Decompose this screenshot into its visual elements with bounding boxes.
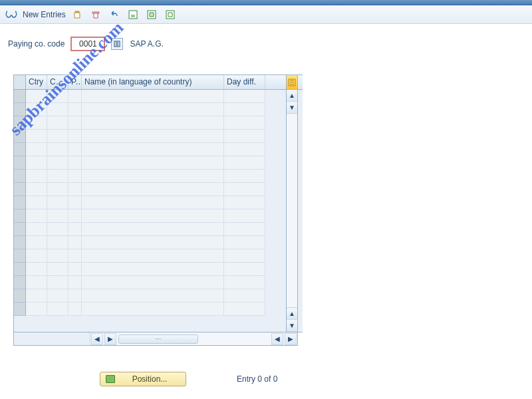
select-all-icon[interactable] <box>144 7 159 22</box>
table-cell[interactable] <box>68 196 82 209</box>
paying-co-code-input[interactable] <box>71 37 104 51</box>
table-cell[interactable] <box>68 289 82 303</box>
row-selector[interactable] <box>14 116 26 130</box>
hscroll-thumb[interactable]: ··· <box>118 334 198 344</box>
table-cell[interactable] <box>26 209 47 223</box>
table-cell[interactable] <box>224 249 265 263</box>
table-cell[interactable] <box>26 103 47 116</box>
table-cell[interactable] <box>26 236 47 249</box>
table-cell[interactable] <box>82 103 224 116</box>
table-cell[interactable] <box>82 170 224 183</box>
column-header-daydiff[interactable]: Day diff. <box>224 75 265 89</box>
table-cell[interactable] <box>82 249 224 263</box>
table-cell[interactable] <box>224 276 265 289</box>
row-selector[interactable] <box>14 276 26 289</box>
table-cell[interactable] <box>26 130 47 143</box>
table-cell[interactable] <box>47 223 68 236</box>
table-cell[interactable] <box>224 263 265 276</box>
table-cell[interactable] <box>82 276 224 289</box>
table-cell[interactable] <box>82 196 224 209</box>
table-cell[interactable] <box>224 156 265 170</box>
table-cell[interactable] <box>82 263 224 276</box>
table-cell[interactable] <box>47 236 68 249</box>
table-cell[interactable] <box>224 130 265 143</box>
table-cell[interactable] <box>47 116 68 130</box>
column-header-name[interactable]: Name (in language of country) <box>82 75 224 89</box>
row-selector-header[interactable] <box>14 75 26 89</box>
delete-icon[interactable] <box>88 7 103 22</box>
scroll-down-button[interactable]: ▼ <box>287 320 297 332</box>
table-cell[interactable] <box>26 276 47 289</box>
table-cell[interactable] <box>224 90 265 103</box>
table-cell[interactable] <box>224 170 265 183</box>
table-cell[interactable] <box>47 249 68 263</box>
row-selector[interactable] <box>14 263 26 276</box>
table-cell[interactable] <box>26 303 47 316</box>
table-cell[interactable] <box>68 90 82 103</box>
table-cell[interactable] <box>68 183 82 196</box>
table-cell[interactable] <box>224 289 265 303</box>
hscroll-step-left-button[interactable]: ◀ <box>271 333 283 345</box>
table-cell[interactable] <box>224 223 265 236</box>
table-cell[interactable] <box>47 156 68 170</box>
table-cell[interactable] <box>47 303 68 316</box>
table-cell[interactable] <box>68 276 82 289</box>
table-cell[interactable] <box>47 276 68 289</box>
table-cell[interactable] <box>47 90 68 103</box>
glasses-display-icon[interactable] <box>4 7 19 22</box>
table-cell[interactable] <box>82 183 224 196</box>
row-selector[interactable] <box>14 170 26 183</box>
table-cell[interactable] <box>82 116 224 130</box>
row-selector[interactable] <box>14 209 26 223</box>
table-cell[interactable] <box>47 263 68 276</box>
configure-columns-button[interactable] <box>287 75 297 90</box>
copy-icon[interactable] <box>70 7 84 22</box>
scroll-page-up-button[interactable]: ▼ <box>287 102 297 114</box>
table-cell[interactable] <box>47 289 68 303</box>
table-cell[interactable] <box>68 103 82 116</box>
table-cell[interactable] <box>82 289 224 303</box>
table-cell[interactable] <box>224 103 265 116</box>
hscroll-step-right-button[interactable]: ▶ <box>104 333 116 345</box>
table-cell[interactable] <box>68 116 82 130</box>
row-selector[interactable] <box>14 249 26 263</box>
table-cell[interactable] <box>47 103 68 116</box>
table-cell[interactable] <box>68 170 82 183</box>
table-cell[interactable] <box>26 223 47 236</box>
table-cell[interactable] <box>26 289 47 303</box>
table-cell[interactable] <box>224 183 265 196</box>
table-cell[interactable] <box>47 170 68 183</box>
hscroll-left-button[interactable]: ◀ <box>91 333 103 345</box>
table-cell[interactable] <box>82 90 224 103</box>
table-cell[interactable] <box>26 249 47 263</box>
table-cell[interactable] <box>47 143 68 156</box>
table-cell[interactable] <box>47 130 68 143</box>
table-cell[interactable] <box>68 263 82 276</box>
table-cell[interactable] <box>68 130 82 143</box>
row-selector[interactable] <box>14 156 26 170</box>
row-selector[interactable] <box>14 183 26 196</box>
scroll-up-button[interactable]: ▲ <box>287 90 297 102</box>
table-cell[interactable] <box>224 236 265 249</box>
vertical-scroll-track[interactable] <box>287 114 297 308</box>
row-selector[interactable] <box>14 223 26 236</box>
undo-icon[interactable] <box>107 7 122 22</box>
table-cell[interactable] <box>68 156 82 170</box>
table-cell[interactable] <box>82 143 224 156</box>
table-cell[interactable] <box>47 183 68 196</box>
table-cell[interactable] <box>26 90 47 103</box>
table-cell[interactable] <box>26 116 47 130</box>
position-button[interactable]: Position... <box>100 372 186 386</box>
table-cell[interactable] <box>47 209 68 223</box>
table-cell[interactable] <box>224 303 265 316</box>
table-cell[interactable] <box>82 209 224 223</box>
hscroll-right-button[interactable]: ▶ <box>285 333 297 345</box>
table-cell[interactable] <box>68 236 82 249</box>
column-header-ctry[interactable]: Ctry <box>26 75 47 89</box>
table-cell[interactable] <box>82 223 224 236</box>
deselect-all-icon[interactable] <box>163 7 178 22</box>
row-selector[interactable] <box>14 196 26 209</box>
table-cell[interactable] <box>68 143 82 156</box>
table-cell[interactable] <box>47 196 68 209</box>
table-cell[interactable] <box>224 196 265 209</box>
